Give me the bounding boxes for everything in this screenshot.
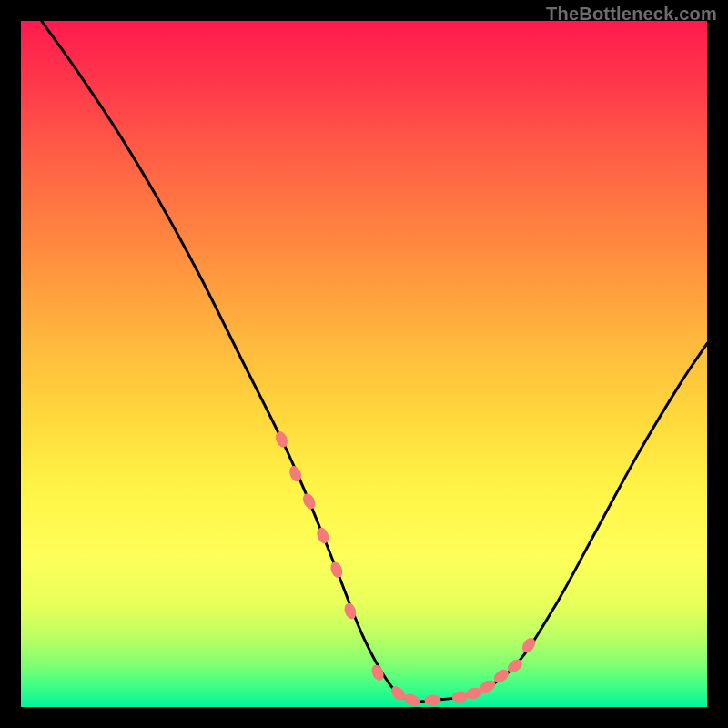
marker-dot — [424, 694, 440, 705]
marker-dot — [315, 526, 331, 545]
curve-path — [42, 21, 707, 702]
chart-svg — [21, 21, 707, 707]
highlight-markers — [274, 430, 538, 708]
marker-dot — [451, 691, 469, 703]
bottleneck-curve — [42, 21, 707, 702]
marker-dot — [402, 692, 421, 709]
marker-dot — [274, 430, 290, 449]
marker-dot — [329, 561, 345, 580]
chart-plot-area — [21, 21, 707, 707]
marker-dot — [300, 491, 318, 511]
watermark-text: TheBottleneck.com — [546, 4, 717, 25]
